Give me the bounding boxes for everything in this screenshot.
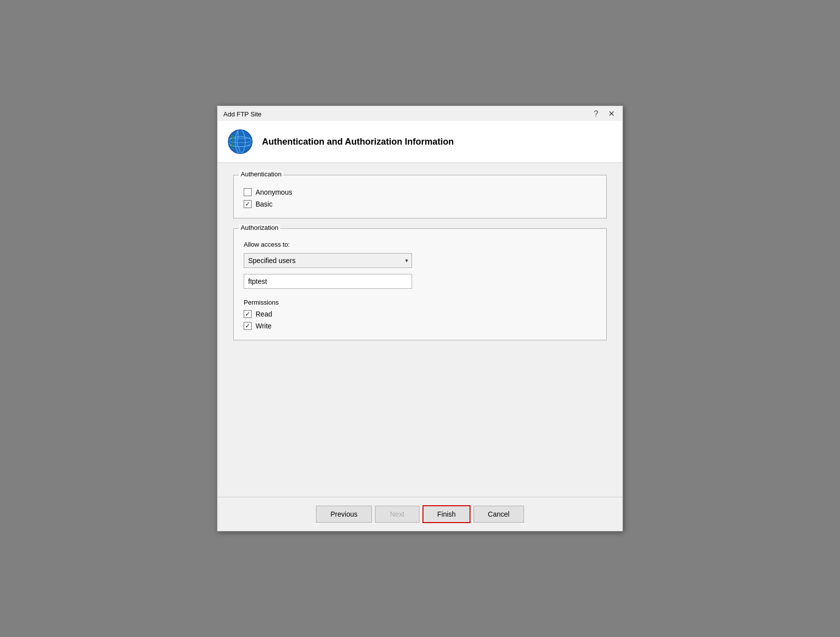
anonymous-checkbox-row[interactable]: Anonymous <box>244 188 596 196</box>
write-checkbox-row[interactable]: Write <box>244 322 596 330</box>
permissions-label: Permissions <box>244 299 596 306</box>
header-title: Authentication and Authorization Informa… <box>262 137 454 147</box>
dialog-title: Add FTP Site <box>223 110 262 118</box>
read-checkbox-row[interactable]: Read <box>244 310 596 318</box>
help-button[interactable]: ? <box>592 110 600 118</box>
authentication-group: Authentication Anonymous Basic <box>233 175 607 218</box>
main-content: Authentication Anonymous Basic Authoriza… <box>217 163 623 497</box>
write-label: Write <box>256 322 271 330</box>
close-button[interactable]: ✕ <box>606 110 617 118</box>
basic-checkbox-row[interactable]: Basic <box>244 200 596 208</box>
dialog: Add FTP Site ? ✕ Authentication and Auth… <box>217 106 623 531</box>
authorization-group-label: Authorization <box>239 224 280 231</box>
previous-button[interactable]: Previous <box>316 506 371 523</box>
access-dropdown[interactable]: All Users Anonymous Users Specified user… <box>244 253 412 268</box>
footer: Previous Next Finish Cancel <box>217 497 623 531</box>
read-checkbox[interactable] <box>244 310 252 318</box>
anonymous-label: Anonymous <box>256 188 292 196</box>
allow-access-label: Allow access to: <box>244 241 596 248</box>
specified-users-input[interactable] <box>244 274 412 289</box>
cancel-button[interactable]: Cancel <box>473 506 524 523</box>
title-bar-buttons: ? ✕ <box>592 110 617 118</box>
next-button[interactable]: Next <box>375 506 420 523</box>
read-label: Read <box>256 310 272 318</box>
anonymous-checkbox[interactable] <box>244 188 252 196</box>
write-checkbox[interactable] <box>244 322 252 330</box>
finish-button[interactable]: Finish <box>422 505 471 523</box>
title-bar: Add FTP Site ? ✕ <box>217 106 623 121</box>
authorization-group: Authorization Allow access to: All Users… <box>233 228 607 340</box>
basic-checkbox[interactable] <box>244 200 252 208</box>
basic-label: Basic <box>256 200 272 208</box>
authentication-group-label: Authentication <box>239 170 283 178</box>
header-section: Authentication and Authorization Informa… <box>217 121 623 163</box>
access-dropdown-wrapper: All Users Anonymous Users Specified user… <box>244 253 412 268</box>
globe-icon <box>227 129 253 155</box>
